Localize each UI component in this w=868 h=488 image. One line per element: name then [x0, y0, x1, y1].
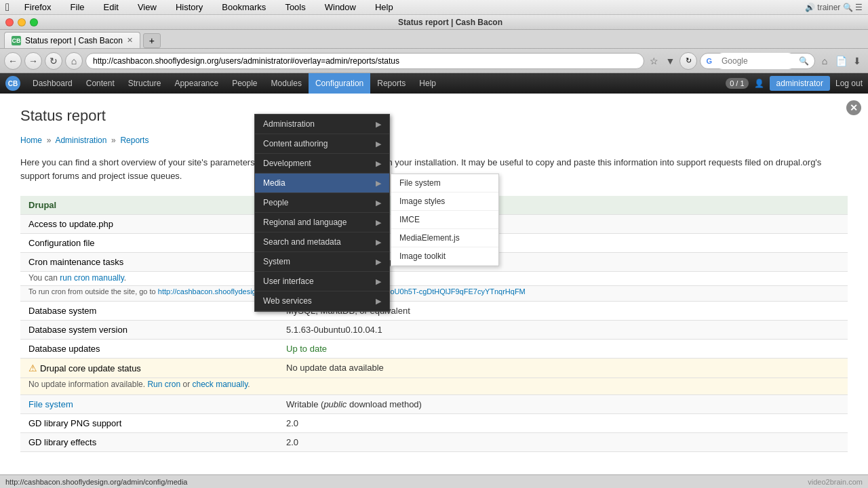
nav-people[interactable]: People — [225, 73, 264, 94]
check-manually-link[interactable]: check manually — [193, 380, 248, 389]
row-value-gd-png: 2.0 — [278, 414, 848, 433]
config-menu-item-label: Web services — [263, 296, 312, 306]
config-menu-arrow: ▶ — [376, 297, 381, 306]
menu-tools[interactable]: Tools — [281, 1, 309, 14]
config-menu-item-label: Media — [263, 178, 285, 188]
browser-tab[interactable]: CB Status report | Cash Bacon ✕ — [4, 32, 140, 48]
row-value-filesystem: Writable (public download method) — [278, 395, 848, 414]
page-actions-icon[interactable]: 📄 — [834, 54, 848, 68]
page-title: Status report — [20, 107, 848, 125]
menu-firefox[interactable]: Firefox — [20, 1, 56, 14]
menu-file[interactable]: File — [66, 1, 89, 14]
window-title: Status report | Cash Bacon — [38, 18, 863, 27]
config-menu-item-label: Administration — [263, 119, 315, 129]
row-label-gd-png: GD library PNG support — [20, 414, 278, 433]
bookmark-star-icon[interactable]: ☆ — [647, 54, 660, 68]
config-menu-arrow: ▶ — [376, 258, 381, 266]
breadcrumb-reports[interactable]: Reports — [120, 136, 149, 145]
row-value-core-update: No update data available — [278, 359, 848, 378]
config-menu-item-label: People — [263, 198, 288, 207]
navigate-home-icon[interactable]: ⌂ — [818, 54, 831, 68]
nav-configuration[interactable]: Configuration — [309, 73, 370, 94]
table-row: File system Writable (public download me… — [20, 395, 848, 414]
table-row-no-update-info: No update information available. Run cro… — [20, 378, 848, 395]
submenu-imce[interactable]: IMCE — [391, 211, 498, 229]
maximize-window-button[interactable] — [30, 18, 38, 26]
cron-note: You can run cron manually. — [20, 272, 848, 286]
nav-reports[interactable]: Reports — [370, 73, 412, 94]
minimize-window-button[interactable] — [18, 18, 26, 26]
mac-menu-bar:  Firefox File Edit View History Bookmar… — [0, 0, 868, 15]
admin-username[interactable]: administrator — [770, 76, 830, 91]
config-menu-item-label: Content authoring — [263, 139, 328, 148]
mac-titlebar: Status report | Cash Bacon — [0, 15, 868, 30]
row-label-db-system: Database system — [20, 302, 278, 321]
config-menu-arrow: ▶ — [376, 199, 381, 207]
config-menu-web-services[interactable]: Web services ▶ — [255, 291, 389, 311]
row-value-db-version: 5.1.63-0ubuntu0.10.04.1 — [278, 321, 848, 340]
menu-view[interactable]: View — [134, 1, 161, 14]
menu-edit[interactable]: Edit — [100, 1, 123, 14]
run-cron-link[interactable]: Run cron — [147, 380, 180, 389]
submenu-image-styles[interactable]: Image styles — [391, 192, 498, 211]
logout-link[interactable]: Log out — [835, 79, 863, 88]
nav-structure[interactable]: Structure — [121, 73, 168, 94]
config-menu-user-interface[interactable]: User interface ▶ — [255, 272, 389, 291]
table-row: GD library effects 2.0 — [20, 433, 848, 452]
drupal-logo[interactable]: CB — [5, 76, 20, 91]
config-menu-arrow: ▶ — [376, 159, 381, 168]
nav-content[interactable]: Content — [79, 73, 121, 94]
config-menu-media[interactable]: Media ▶ File system Image styles IMCE Me… — [255, 174, 389, 193]
config-menu-arrow: ▶ — [376, 140, 381, 148]
firefox-toolbar: ← → ↻ ⌂ ☆ ▼ ↻ G 🔍 ⌂ 📄 ⬇ — [0, 49, 868, 73]
submenu-mediaelement[interactable]: MediaElement.js — [391, 229, 498, 247]
config-menu-people[interactable]: People ▶ — [255, 193, 389, 213]
forward-button[interactable]: → — [24, 52, 42, 70]
menu-window[interactable]: Window — [321, 1, 360, 14]
main-area: ✕ Status report Home » Administration » … — [0, 94, 868, 474]
config-menu-item-label: Search and metadata — [263, 237, 341, 247]
table-row: GD library PNG support 2.0 — [20, 414, 848, 433]
home-button[interactable]: ⌂ — [65, 52, 83, 70]
config-menu-system[interactable]: System ▶ — [255, 252, 389, 272]
new-tab-button[interactable]: + — [143, 33, 161, 48]
address-bar[interactable] — [85, 53, 644, 69]
close-overlay-button[interactable]: ✕ — [846, 100, 861, 115]
breadcrumb-home[interactable]: Home — [20, 136, 42, 145]
download-icon[interactable]: ⬇ — [850, 54, 864, 68]
nav-help[interactable]: Help — [412, 73, 443, 94]
tab-close-button[interactable]: ✕ — [127, 36, 133, 45]
config-menu-regional[interactable]: Regional and language ▶ — [255, 213, 389, 232]
menu-history[interactable]: History — [172, 1, 207, 14]
row-value-gd-effects: 2.0 — [278, 433, 848, 452]
config-menu-development[interactable]: Development ▶ — [255, 154, 389, 174]
back-button[interactable]: ← — [4, 52, 22, 70]
breadcrumb-admin[interactable]: Administration — [55, 136, 106, 145]
no-update-note: No update information available. Run cro… — [20, 378, 848, 395]
submenu-file-system[interactable]: File system — [391, 174, 498, 192]
search-icon[interactable]: 🔍 — [799, 56, 809, 66]
reload-button[interactable]: ↻ — [45, 52, 62, 70]
config-menu-arrow: ▶ — [376, 277, 381, 286]
menu-bookmarks[interactable]: Bookmarks — [218, 1, 270, 14]
menu-help[interactable]: Help — [371, 1, 397, 14]
config-menu-administration[interactable]: Administration ▶ — [255, 115, 389, 134]
search-input[interactable] — [715, 53, 796, 69]
nav-dashboard[interactable]: Dashboard — [26, 73, 79, 94]
submenu-image-toolkit[interactable]: Image toolkit — [391, 247, 498, 266]
row-label-cron: Cron maintenance tasks — [20, 253, 278, 272]
close-window-button[interactable] — [5, 18, 14, 26]
reload-stop-button[interactable]: ↻ — [679, 52, 697, 70]
config-menu-content-authoring[interactable]: Content authoring ▶ — [255, 134, 389, 154]
row-label-access: Access to update.php — [20, 215, 278, 234]
file-system-link[interactable]: File system — [28, 399, 73, 409]
nav-appearance[interactable]: Appearance — [167, 73, 225, 94]
nav-modules[interactable]: Modules — [264, 73, 309, 94]
apple-menu[interactable]:  — [5, 1, 9, 14]
bookmark-down-icon[interactable]: ▼ — [663, 54, 677, 68]
config-menu-arrow: ▶ — [376, 238, 381, 247]
config-menu-search[interactable]: Search and metadata ▶ — [255, 232, 389, 252]
warning-icon: ⚠ — [28, 363, 37, 373]
run-cron-manually-link[interactable]: run cron manually — [60, 273, 124, 283]
row-label-gd-effects: GD library effects — [20, 433, 278, 452]
